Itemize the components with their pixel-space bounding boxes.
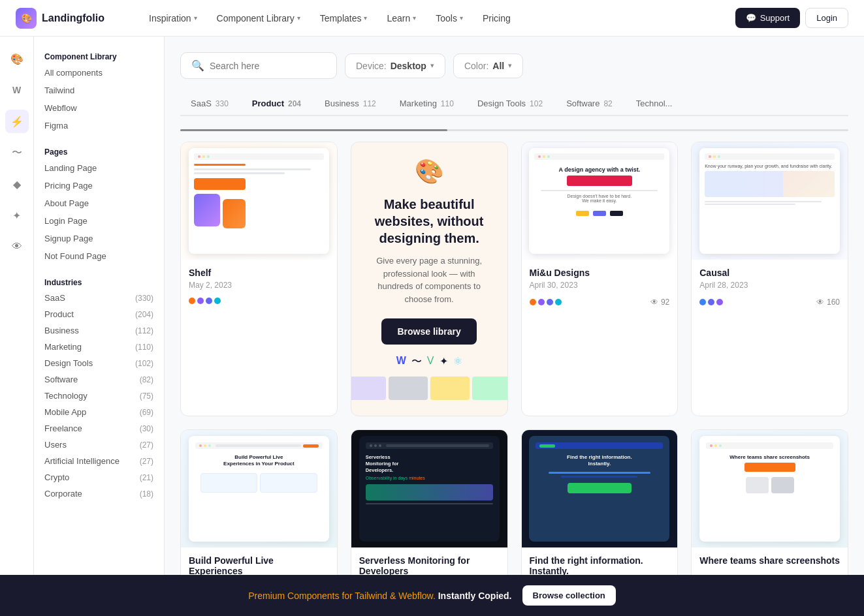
support-button[interactable]: 💬 Support <box>735 8 801 28</box>
icon-bar: 🎨 W ⚡ 〜 ◆ ✦ 👁 <box>0 37 34 616</box>
sidebar-item-tailwind[interactable]: Tailwind <box>34 82 164 99</box>
device-filter[interactable]: Device: Desktop ▾ <box>345 54 445 78</box>
card-teams-title: Where teams share screenshots <box>699 555 840 566</box>
tab-scroll-track <box>180 129 848 131</box>
promo-browse-button[interactable]: Browse library <box>381 318 476 345</box>
card-promo[interactable]: 🎨 Make beautiful websites, without desig… <box>351 142 508 416</box>
eye-icon: 👁 <box>816 298 824 307</box>
logo-text: Landingfolio <box>42 12 104 24</box>
sidebar-item-freelance[interactable]: Freelance (30) <box>34 420 164 437</box>
sidebar-item-pricing-page[interactable]: Pricing Page <box>34 177 164 194</box>
card-teams-info: Where teams share screenshots <box>692 547 848 576</box>
sidebar-item-not-found-page[interactable]: Not Found Page <box>34 247 164 265</box>
card-miu-date: April 30, 2023 <box>530 281 670 290</box>
icon-w[interactable]: W <box>5 78 29 102</box>
login-button[interactable]: Login <box>805 8 848 28</box>
card-causal[interactable]: Know your runway, plan your growth, and … <box>691 142 848 416</box>
banner-cta-button[interactable]: Browse collection <box>522 585 616 606</box>
tab-business[interactable]: Business 112 <box>314 92 387 116</box>
card-miu-title: Mi&u Designs <box>530 268 670 278</box>
tab-marketing[interactable]: Marketing 110 <box>389 92 464 116</box>
sidebar-item-product[interactable]: Product (204) <box>34 306 164 322</box>
tab-design-tools[interactable]: Design Tools 102 <box>467 92 553 116</box>
card-causal-title: Causal <box>699 268 840 278</box>
icon-eye[interactable]: 👁 <box>5 235 29 258</box>
card-serverless-title: Serverless Monitoring for Developers <box>359 555 500 576</box>
eye-icon: 👁 <box>650 298 658 307</box>
nav-templates[interactable]: Templates ▾ <box>312 9 376 27</box>
sidebar-section-industries: Industries <box>34 273 164 290</box>
tab-technology[interactable]: Technol... <box>626 92 683 116</box>
promo-thumbnails <box>351 377 508 400</box>
card-causal-thumb: Know your runway, plan your growth, and … <box>692 142 848 260</box>
tailwind-tech-icon: 〜 <box>411 355 422 369</box>
card-find-info-title: Find the right information. Instantly. <box>530 555 670 576</box>
icon-wave[interactable]: 〜 <box>5 141 29 164</box>
tab-scroll-thumb <box>180 129 447 131</box>
card-teams-thumb: Where teams share screenshots <box>692 430 848 547</box>
nuxt-tech-icon: ✦ <box>440 355 448 369</box>
icon-star[interactable]: ✦ <box>5 204 29 227</box>
card-grid: Shelf May 2, 2023 🎨 Make beautiful websi… <box>180 142 848 416</box>
logo[interactable]: 🎨 Landingfolio <box>16 8 120 29</box>
card-causal-footer: 👁 160 <box>692 298 848 315</box>
sidebar-item-login-page[interactable]: Login Page <box>34 212 164 230</box>
card-shelf[interactable]: Shelf May 2, 2023 <box>180 142 338 416</box>
nav-inspiration[interactable]: Inspiration ▾ <box>141 9 205 27</box>
search-input[interactable] <box>210 61 326 71</box>
card-serverless[interactable]: ServerlessMonitoring forDevelopers. Obse… <box>351 429 508 587</box>
sidebar-item-corporate[interactable]: Corporate (18) <box>34 485 164 502</box>
card-causal-date: April 28, 2023 <box>699 281 840 290</box>
sidebar-item-signup-page[interactable]: Signup Page <box>34 230 164 247</box>
tab-software[interactable]: Software 82 <box>556 92 623 116</box>
card-find-info[interactable]: Find the right information.Instantly. Fi… <box>521 429 679 587</box>
icon-figma[interactable]: ◆ <box>5 172 29 196</box>
promo-tech-icons: W 〜 V ✦ ⚛ <box>396 355 462 369</box>
sidebar-item-all-components[interactable]: All components <box>34 64 164 82</box>
card-build-title: Build Powerful Live Experiences <box>189 555 329 576</box>
nav-links: Inspiration ▾ Component Library ▾ Templa… <box>141 9 714 27</box>
card-teams[interactable]: Where teams share screenshots Where team… <box>691 429 848 587</box>
nav-learn[interactable]: Learn ▾ <box>379 9 424 27</box>
sidebar-item-webflow[interactable]: Webflow <box>34 99 164 117</box>
sidebar-item-marketing[interactable]: Marketing (110) <box>34 339 164 355</box>
card-causal-views: 👁 160 <box>816 298 840 307</box>
chevron-down-icon: ▾ <box>194 14 197 22</box>
sidebar-item-ai[interactable]: Artificial Intelligence (27) <box>34 453 164 469</box>
search-box[interactable]: 🔍 <box>180 52 337 79</box>
sidebar-item-users[interactable]: Users (27) <box>34 437 164 453</box>
sidebar-item-design-tools[interactable]: Design Tools (102) <box>34 355 164 371</box>
tab-product[interactable]: Product 204 <box>242 92 312 116</box>
tab-saas[interactable]: SaaS 330 <box>180 92 239 116</box>
card-miu-footer: 👁 92 <box>522 298 678 315</box>
nav-component-library[interactable]: Component Library ▾ <box>209 9 308 27</box>
color-filter[interactable]: Color: All ▾ <box>453 54 523 78</box>
card-shelf-title: Shelf <box>189 268 329 278</box>
card-grid-row2: Build Powerful LiveExperiences in Your P… <box>180 429 848 587</box>
sidebar-item-saas[interactable]: SaaS (330) <box>34 290 164 306</box>
icon-tailwind[interactable]: ⚡ <box>5 110 29 133</box>
sidebar-section-pages: Pages <box>34 142 164 159</box>
nav-pricing[interactable]: Pricing <box>475 9 519 27</box>
sidebar-item-figma[interactable]: Figma <box>34 117 164 134</box>
card-build[interactable]: Build Powerful LiveExperiences in Your P… <box>180 429 338 587</box>
chevron-down-icon: ▾ <box>460 14 463 22</box>
sidebar-item-landing-page[interactable]: Landing Page <box>34 159 164 177</box>
icon-palette[interactable]: 🎨 <box>5 47 29 70</box>
tabs-row: SaaS 330 Product 204 Business 112 Market… <box>180 92 848 116</box>
chevron-down-icon: ▾ <box>508 61 512 70</box>
topnav: 🎨 Landingfolio Inspiration ▾ Component L… <box>0 0 864 37</box>
sidebar-item-mobile-app[interactable]: Mobile App (69) <box>34 404 164 420</box>
sidebar-item-crypto[interactable]: Crypto (21) <box>34 469 164 485</box>
sidebar-item-about-page[interactable]: About Page <box>34 194 164 212</box>
logo-icon: 🎨 <box>16 8 37 29</box>
card-causal-colors <box>699 299 723 305</box>
sidebar-item-technology[interactable]: Technology (75) <box>34 388 164 404</box>
nav-tools[interactable]: Tools ▾ <box>428 9 471 27</box>
sidebar-item-software[interactable]: Software (82) <box>34 371 164 388</box>
card-miu-views: 👁 92 <box>650 298 669 307</box>
card-causal-info: Causal April 28, 2023 <box>692 260 848 298</box>
sidebar: Component Library All components Tailwin… <box>34 37 165 616</box>
sidebar-item-business[interactable]: Business (112) <box>34 322 164 339</box>
card-miu[interactable]: A design agency with a twist. Design doe… <box>521 142 679 416</box>
